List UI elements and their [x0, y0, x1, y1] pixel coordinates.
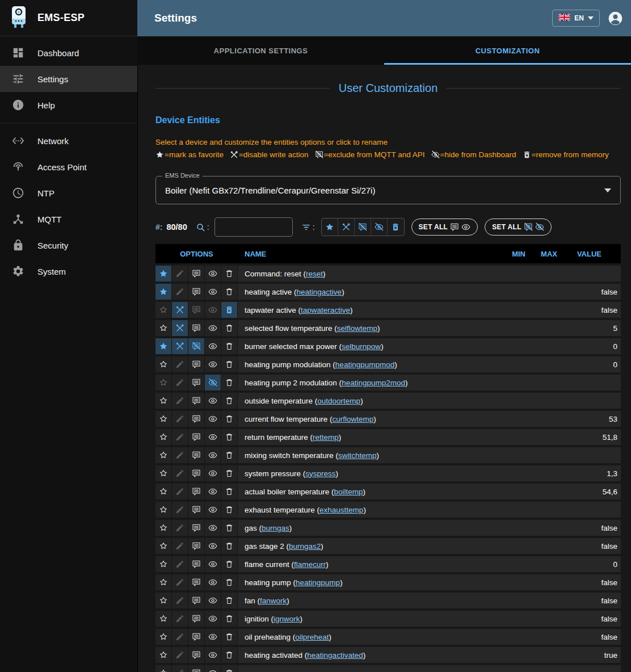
entity-shortname-link[interactable]: exhausttemp — [319, 506, 363, 514]
exclude-mqtt-filter-toggle[interactable] — [355, 219, 371, 236]
entity-shortname-link[interactable]: flamecurr — [294, 560, 326, 569]
exclude-mqtt-toggle[interactable] — [188, 356, 205, 372]
entity-shortname-link[interactable]: selburnpow — [342, 342, 381, 351]
exclude-mqtt-toggle[interactable] — [188, 411, 205, 427]
disable-write-toggle[interactable] — [172, 375, 188, 390]
favorite-toggle[interactable] — [155, 375, 172, 390]
favorite-toggle[interactable] — [155, 429, 172, 445]
sidebar-item-access-point[interactable]: Access Point — [0, 154, 137, 180]
entity-shortname-link[interactable]: reset — [306, 270, 323, 278]
hide-dashboard-toggle[interactable] — [205, 611, 221, 627]
hide-dashboard-toggle[interactable] — [205, 447, 221, 463]
language-selector[interactable]: EN — [552, 10, 600, 27]
hide-dashboard-filter-toggle[interactable] — [371, 219, 388, 236]
remove-memory-toggle[interactable] — [221, 665, 238, 672]
remove-memory-toggle[interactable] — [221, 338, 238, 354]
entity-shortname-link[interactable]: selflowtemp — [337, 324, 377, 333]
hide-dashboard-toggle[interactable] — [205, 629, 221, 645]
entity-shortname-link[interactable]: burngas — [262, 524, 289, 532]
disable-write-toggle[interactable] — [172, 302, 188, 318]
entity-shortname-link[interactable]: switchtemp — [338, 451, 377, 460]
entity-shortname-link[interactable]: burngas2 — [289, 542, 321, 551]
exclude-mqtt-toggle[interactable] — [188, 593, 205, 608]
favorite-toggle[interactable] — [155, 356, 172, 372]
favorite-toggle[interactable] — [155, 502, 172, 518]
exclude-mqtt-toggle[interactable] — [188, 484, 205, 499]
sidebar-item-ntp[interactable]: NTP — [0, 180, 137, 206]
tab-application-settings[interactable]: APPLICATION SETTINGS — [137, 36, 384, 65]
favorite-toggle[interactable] — [155, 447, 172, 463]
hide-dashboard-toggle[interactable] — [205, 356, 221, 372]
disable-write-toggle[interactable] — [172, 465, 188, 481]
exclude-mqtt-toggle[interactable] — [188, 429, 205, 445]
exclude-mqtt-toggle[interactable] — [188, 665, 205, 672]
sidebar-item-help[interactable]: Help — [0, 92, 137, 118]
favorite-toggle[interactable] — [155, 647, 172, 663]
disable-write-toggle[interactable] — [172, 593, 188, 608]
favorite-toggle[interactable] — [155, 284, 172, 300]
hide-dashboard-toggle[interactable] — [205, 574, 221, 590]
search-input[interactable] — [214, 217, 293, 237]
disable-write-filter-toggle[interactable] — [338, 219, 355, 236]
favorite-toggle[interactable] — [155, 320, 172, 336]
favorite-toggle[interactable] — [155, 593, 172, 608]
favorite-toggle[interactable] — [155, 484, 172, 499]
entity-shortname-link[interactable]: curflowtemp — [333, 415, 374, 423]
remove-memory-toggle[interactable] — [221, 266, 238, 282]
disable-write-toggle[interactable] — [172, 484, 188, 499]
remove-memory-toggle[interactable] — [221, 429, 238, 445]
remove-memory-toggle[interactable] — [221, 574, 238, 590]
disable-write-toggle[interactable] — [172, 611, 188, 627]
entity-shortname-link[interactable]: tapwateractive — [301, 306, 350, 314]
hide-dashboard-toggle[interactable] — [205, 338, 221, 354]
entity-shortname-link[interactable]: boiltemp — [334, 488, 363, 496]
disable-write-toggle[interactable] — [172, 647, 188, 663]
hide-dashboard-toggle[interactable] — [205, 429, 221, 445]
disable-write-toggle[interactable] — [172, 502, 188, 518]
exclude-mqtt-toggle[interactable] — [188, 556, 205, 572]
favorite-toggle[interactable] — [155, 338, 172, 354]
hide-dashboard-toggle[interactable] — [205, 502, 221, 518]
hide-dashboard-toggle[interactable] — [205, 484, 221, 499]
sidebar-item-dashboard[interactable]: Dashboard — [0, 40, 137, 66]
disable-write-toggle[interactable] — [172, 356, 188, 372]
disable-write-toggle[interactable] — [172, 284, 188, 300]
hide-dashboard-toggle[interactable] — [205, 465, 221, 481]
favorite-toggle[interactable] — [155, 465, 172, 481]
remove-memory-toggle[interactable] — [221, 538, 238, 554]
hide-dashboard-toggle[interactable] — [205, 320, 221, 336]
favorite-filter-toggle[interactable] — [322, 219, 338, 236]
remove-memory-toggle[interactable] — [221, 593, 238, 608]
disable-write-toggle[interactable] — [172, 665, 188, 672]
favorite-toggle[interactable] — [155, 302, 172, 318]
entity-shortname-link[interactable]: ignwork — [274, 615, 300, 623]
remove-memory-toggle[interactable] — [221, 520, 238, 536]
remove-memory-toggle[interactable] — [221, 629, 238, 645]
sidebar-item-security[interactable]: Security — [0, 232, 137, 258]
hide-dashboard-toggle[interactable] — [205, 647, 221, 663]
exclude-mqtt-toggle[interactable] — [188, 465, 205, 481]
hide-dashboard-toggle[interactable] — [205, 302, 221, 318]
favorite-toggle[interactable] — [155, 611, 172, 627]
hide-dashboard-toggle[interactable] — [205, 411, 221, 427]
hide-dashboard-toggle[interactable] — [205, 375, 221, 390]
set-all-hide-button[interactable]: SET ALL — [485, 219, 552, 236]
favorite-toggle[interactable] — [155, 574, 172, 590]
sidebar-item-settings[interactable]: Settings — [0, 66, 137, 92]
favorite-toggle[interactable] — [155, 538, 172, 554]
exclude-mqtt-toggle[interactable] — [188, 393, 205, 409]
disable-write-toggle[interactable] — [172, 538, 188, 554]
remove-memory-filter-toggle[interactable] — [388, 219, 404, 236]
remove-memory-toggle[interactable] — [221, 302, 238, 318]
disable-write-toggle[interactable] — [172, 266, 188, 282]
exclude-mqtt-toggle[interactable] — [188, 284, 205, 300]
entity-shortname-link[interactable]: heatingpumpmod — [335, 360, 394, 369]
favorite-toggle[interactable] — [155, 665, 172, 672]
hide-dashboard-toggle[interactable] — [205, 266, 221, 282]
exclude-mqtt-toggle[interactable] — [188, 629, 205, 645]
sidebar-item-mqtt[interactable]: MQTT — [0, 206, 137, 232]
remove-memory-toggle[interactable] — [221, 647, 238, 663]
hide-dashboard-toggle[interactable] — [205, 665, 221, 672]
disable-write-toggle[interactable] — [172, 556, 188, 572]
remove-memory-toggle[interactable] — [221, 465, 238, 481]
